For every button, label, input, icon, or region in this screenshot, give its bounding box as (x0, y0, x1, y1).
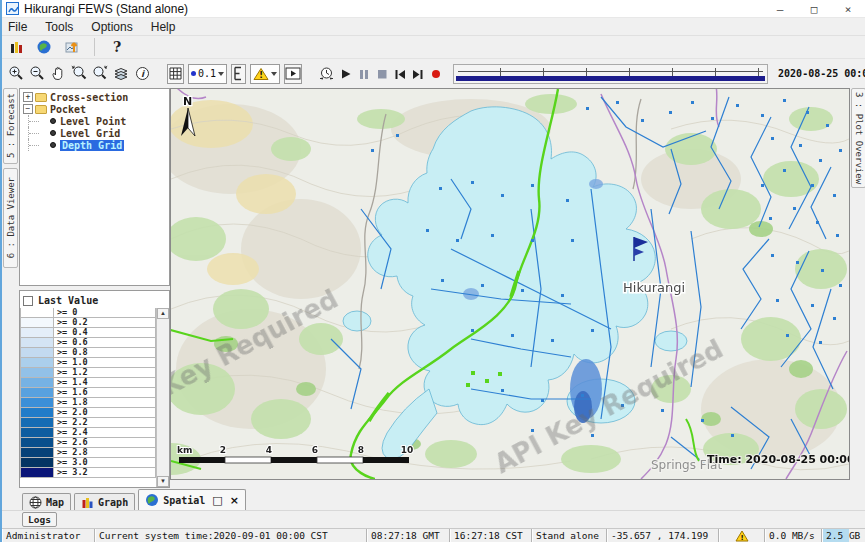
status-mode: Stand alone (532, 529, 607, 542)
scale-editor-icon[interactable] (231, 64, 246, 84)
map-globe-icon[interactable] (34, 37, 54, 57)
legend-color-swatch (20, 308, 54, 318)
legend-row[interactable]: >= 1.2 (20, 368, 156, 378)
tab-spatial[interactable]: Spatial □ × (138, 489, 246, 510)
svg-text:8: 8 (358, 445, 364, 455)
legend-row[interactable]: >= 2.4 (20, 428, 156, 438)
zoom-previous-icon[interactable] (71, 64, 88, 84)
zoom-in-icon[interactable] (8, 64, 25, 84)
legend-row[interactable]: >= 2.8 (20, 448, 156, 458)
tab-plot-overview[interactable]: 3 : Plot Overview (851, 88, 865, 188)
pan-hand-icon[interactable] (50, 64, 67, 84)
tree-item-level-grid[interactable]: Level Grid (20, 127, 169, 139)
legend-row[interactable]: >= 1.8 (20, 398, 156, 408)
record-button[interactable] (429, 64, 443, 84)
legend-row[interactable]: >= 0 (20, 308, 156, 318)
info-icon[interactable]: i (134, 64, 151, 84)
minimize-button[interactable]: – (763, 0, 797, 18)
legend-row[interactable]: >= 1.0 (20, 358, 156, 368)
tab-float-icon[interactable]: □ (212, 494, 222, 507)
stop-button[interactable] (375, 64, 389, 84)
menu-help[interactable]: Help (151, 20, 176, 34)
legend-row[interactable]: >= 0.4 (20, 328, 156, 338)
time-navigator-icon[interactable] (318, 64, 335, 84)
main-toolbar: ? (2, 36, 865, 58)
interval-value: 0.1 (198, 68, 216, 79)
legend-row[interactable]: >= 0.2 (20, 318, 156, 328)
pause-button[interactable] (357, 64, 371, 84)
legend-row[interactable]: >= 2.0 (20, 408, 156, 418)
status-gmt-time: 08:27:18 GMT (367, 529, 450, 542)
map-viewport[interactable]: API Key Required API Key Required Hikura… (170, 88, 850, 480)
title-bar: Hikurangi FEWS (Stand alone) – □ × (2, 0, 865, 18)
tree-item-pocket[interactable]: − Pocket (20, 103, 169, 115)
menu-tools[interactable]: Tools (45, 20, 73, 34)
interval-dot-icon (191, 71, 196, 76)
tree-item-cross-section[interactable]: + Cross-section (20, 91, 169, 103)
svg-text:10: 10 (401, 445, 414, 455)
svg-text:!: ! (259, 71, 263, 80)
legend-row[interactable]: >= 1.4 (20, 378, 156, 388)
expand-icon[interactable]: + (23, 92, 33, 102)
menu-file[interactable]: File (8, 20, 27, 34)
tab-forecast[interactable]: 5 : Forecast (3, 88, 18, 164)
database-explorer-icon[interactable] (6, 37, 26, 57)
legend-row[interactable]: >= 0.6 (20, 338, 156, 348)
status-warning-cell[interactable]: ! (719, 529, 765, 542)
tab-close-icon[interactable]: × (230, 494, 239, 507)
legend-row[interactable]: >= 3.0 (20, 458, 156, 468)
node-bullet-icon (50, 142, 56, 148)
legend-row[interactable]: >= 2.6 (20, 438, 156, 448)
class-interval-dropdown[interactable]: 0.1 (188, 64, 227, 84)
help-icon[interactable]: ? (107, 37, 127, 57)
warning-triangle-icon: ! (735, 530, 749, 542)
time-slider-track (458, 68, 763, 76)
legend-color-swatch (20, 418, 54, 428)
scroll-up-icon[interactable]: ▲ (157, 308, 169, 319)
status-system-time: Current system time:2020-09-01 00:00 CST (95, 529, 367, 542)
legend-color-swatch (20, 388, 54, 398)
tree-connector (28, 127, 50, 139)
zoom-next-icon[interactable] (92, 64, 109, 84)
time-slider[interactable] (453, 64, 768, 84)
legend-row[interactable]: >= 1.6 (20, 388, 156, 398)
skip-to-start-button[interactable] (393, 64, 407, 84)
last-value-checkbox[interactable] (23, 296, 33, 306)
grid-display-icon[interactable] (167, 64, 184, 84)
skip-to-end-button[interactable] (411, 64, 425, 84)
tree-item-level-point[interactable]: Level Point (20, 115, 169, 127)
legend-title: Last Value (38, 295, 98, 306)
spatial-display-icon[interactable] (62, 37, 82, 57)
menu-options[interactable]: Options (91, 20, 132, 34)
svg-text:N: N (183, 95, 192, 108)
legend-row[interactable]: >= 3.2 (20, 468, 156, 478)
play-button[interactable] (339, 64, 353, 84)
node-bullet-icon (50, 130, 56, 136)
legend-color-swatch (20, 408, 54, 418)
legend-color-swatch (20, 398, 54, 408)
scroll-down-icon[interactable]: ▼ (157, 476, 169, 487)
legend-color-swatch (20, 458, 54, 468)
warning-dropdown[interactable]: ! (250, 64, 280, 84)
legend-color-swatch (20, 428, 54, 438)
tab-map[interactable]: Map (22, 493, 71, 510)
filter-tree: + Cross-section − Pocket Level Point (19, 88, 170, 286)
tree-item-depth-grid[interactable]: Depth Grid (20, 139, 169, 151)
maximize-button[interactable]: □ (797, 0, 831, 18)
animation-window-icon[interactable] (284, 64, 302, 84)
tab-data-viewer[interactable]: 6 : Data Viewer (3, 168, 18, 268)
layers-icon[interactable] (113, 64, 130, 84)
zoom-out-icon[interactable] (29, 64, 46, 84)
close-button[interactable]: × (831, 0, 865, 18)
legend-scrollbar[interactable]: ▲ ▼ (156, 308, 169, 487)
legend-row[interactable]: >= 0.8 (20, 348, 156, 358)
legend-row[interactable]: >= 2.2 (20, 418, 156, 428)
legend-color-swatch (20, 378, 54, 388)
legend-class-label: >= 3.2 (54, 468, 156, 478)
svg-text:6: 6 (312, 445, 318, 455)
window-title: Hikurangi FEWS (Stand alone) (24, 2, 188, 16)
tab-graph[interactable]: Graph (74, 493, 135, 510)
collapse-icon[interactable]: − (23, 104, 33, 114)
right-tab-strip: 3 : Plot Overview (850, 88, 865, 488)
logs-button[interactable]: Logs (22, 512, 57, 527)
